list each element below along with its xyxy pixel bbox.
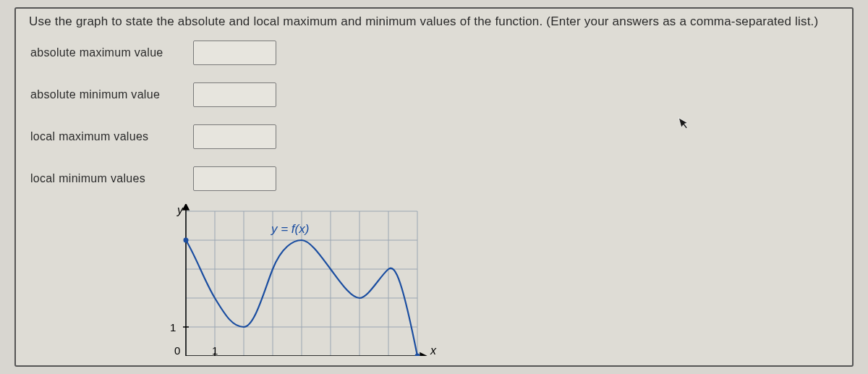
abs-min-row: absolute minimum value: [30, 82, 839, 107]
endpoint-left: [184, 238, 189, 243]
local-max-label: local maximum values: [30, 130, 193, 143]
x-axis-label: x: [430, 344, 437, 356]
function-graph: y y = f(x) 1 0 1 x: [157, 204, 446, 356]
abs-max-input[interactable]: [193, 41, 276, 65]
abs-max-row: absolute maximum value: [30, 41, 839, 65]
function-label: y = f(x): [271, 222, 309, 236]
local-min-row: local minimum values: [30, 166, 839, 191]
y-tick-1: 1: [170, 321, 176, 333]
endpoint-right: [415, 354, 420, 357]
svg-marker-18: [420, 353, 426, 356]
local-min-label: local minimum values: [30, 172, 193, 185]
local-max-input[interactable]: [193, 124, 276, 149]
graph-area: y y = f(x) 1 0 1 x: [157, 204, 446, 356]
abs-min-label: absolute minimum value: [30, 88, 193, 101]
origin-label: 0: [174, 344, 180, 356]
local-min-input[interactable]: [193, 166, 276, 191]
abs-min-input[interactable]: [193, 82, 276, 107]
local-max-row: local maximum values: [30, 124, 839, 149]
abs-max-label: absolute maximum value: [30, 46, 193, 59]
svg-marker-16: [183, 204, 189, 210]
question-container: Use the graph to state the absolute and …: [14, 7, 854, 367]
y-axis-label: y: [176, 204, 184, 216]
question-text: Use the graph to state the absolute and …: [29, 14, 839, 29]
